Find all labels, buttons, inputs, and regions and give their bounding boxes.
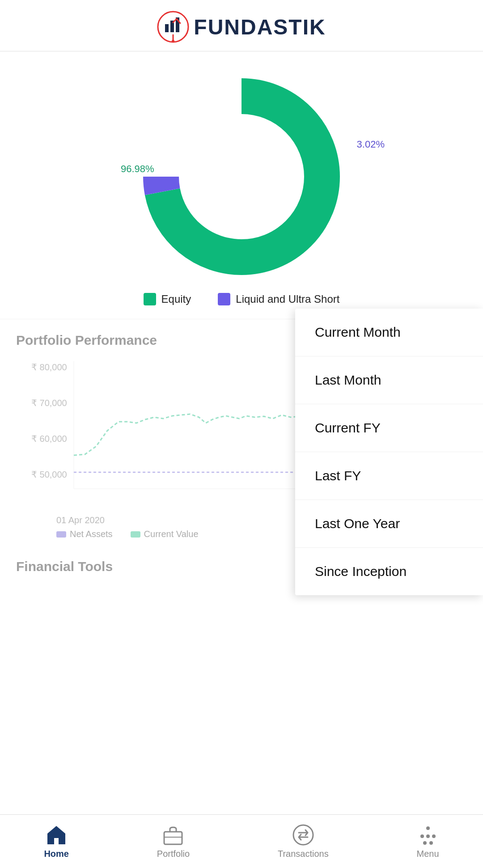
svg-rect-14: [164, 832, 182, 844]
nav-menu[interactable]: Menu: [408, 820, 448, 863]
svg-point-16: [293, 825, 313, 845]
dropdown-item-2[interactable]: Current FY: [295, 404, 483, 452]
svg-rect-1: [165, 24, 169, 32]
equity-legend-item: Equity: [144, 293, 191, 305]
dropdown-item-1[interactable]: Last Month: [295, 356, 483, 404]
bottom-nav: Home Portfolio Transactions Menu: [0, 814, 483, 868]
svg-point-17: [426, 826, 430, 830]
logo-icon: [157, 11, 189, 43]
liquid-legend-item: Liquid and Ultra Short: [218, 293, 339, 305]
dropdown-item-0[interactable]: Current Month: [295, 309, 483, 356]
donut-chart-svg: [134, 69, 349, 284]
nav-menu-label: Menu: [417, 849, 439, 859]
nav-portfolio[interactable]: Portfolio: [148, 820, 199, 863]
nav-transactions-label: Transactions: [278, 849, 329, 859]
liquid-legend-color: [218, 293, 230, 305]
svg-point-22: [429, 841, 433, 845]
svg-point-5: [161, 96, 322, 257]
equity-legend-label: Equity: [161, 293, 191, 305]
dim-overlay: [0, 309, 295, 595]
briefcase-icon: [162, 824, 184, 846]
dropdown-item-4[interactable]: Last One Year: [295, 500, 483, 548]
period-dropdown: Current MonthLast MonthCurrent FYLast FY…: [295, 309, 483, 595]
svg-point-4: [172, 40, 174, 42]
nav-transactions[interactable]: Transactions: [269, 820, 338, 863]
equity-legend-color: [144, 293, 156, 305]
nav-home[interactable]: Home: [35, 820, 78, 863]
svg-point-20: [432, 834, 436, 838]
donut-chart-section: 96.98% 3.02% Equity Liquid and Ultra Sho…: [0, 51, 483, 319]
logo-text: FUNDASTIK: [194, 15, 326, 39]
donut-legend: Equity Liquid and Ultra Short: [144, 293, 340, 305]
dropdown-item-3[interactable]: Last FY: [295, 452, 483, 500]
app-header: FUNDASTIK: [0, 0, 483, 51]
equity-percent-label: 96.98%: [121, 163, 154, 175]
donut-chart-wrapper: 96.98% 3.02%: [134, 69, 349, 284]
nav-home-label: Home: [44, 849, 69, 859]
menu-dots-icon: [417, 824, 439, 846]
svg-point-18: [420, 834, 424, 838]
nav-portfolio-label: Portfolio: [157, 849, 190, 859]
home-icon: [45, 824, 68, 846]
svg-point-21: [423, 841, 427, 845]
liquid-percent-value: 3.02%: [357, 139, 385, 150]
svg-point-19: [426, 834, 430, 838]
dropdown-item-5[interactable]: Since Inception: [295, 548, 483, 595]
liquid-percent-label: 3.02%: [357, 139, 385, 150]
liquid-legend-label: Liquid and Ultra Short: [236, 293, 339, 305]
logo: FUNDASTIK: [157, 11, 326, 43]
transfer-icon: [292, 824, 314, 846]
